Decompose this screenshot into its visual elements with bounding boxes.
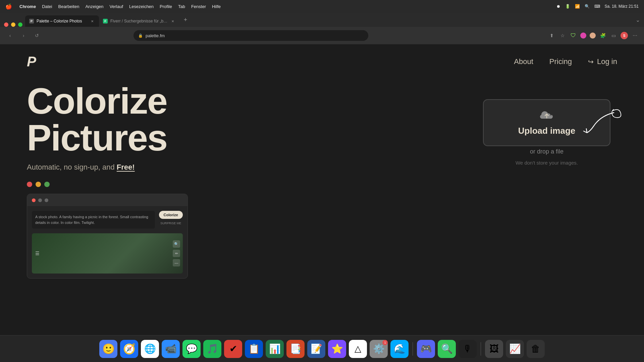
- dock-powerpoint[interactable]: 📑: [286, 340, 305, 358]
- finder-icon: 🙂: [102, 343, 115, 355]
- dock: 🙂 🧭 🌐 📹 💬 🎵 ✔ 📋 📊 📑 📝 ⭐ △ ⚙️ 1 🌊: [0, 335, 644, 362]
- dock-spotify[interactable]: 🎵: [203, 340, 221, 358]
- preview-body: A stock photo. A family having a picnic …: [27, 206, 187, 233]
- search-icon[interactable]: 🔍: [585, 4, 590, 9]
- dock-reeder[interactable]: ⭐: [328, 340, 346, 358]
- menubar-fenster[interactable]: Fenster: [191, 4, 206, 9]
- dock-zoom[interactable]: 📹: [162, 340, 180, 358]
- dock-trash[interactable]: 🗑: [527, 340, 545, 358]
- hero-right: Upload image or drop a file We don't sto…: [476, 79, 617, 279]
- cloud-upload-svg: [540, 109, 553, 120]
- chrome-icon: 🌐: [144, 343, 156, 354]
- tab-fiverr[interactable]: F Fiverr / Suchergebnisse für „b… ✕: [99, 15, 179, 27]
- nav-about[interactable]: About: [514, 57, 533, 66]
- keyboard-icon: ⌨: [594, 4, 600, 9]
- maximize-window-button[interactable]: [18, 22, 22, 27]
- extension-icon-3[interactable]: 🧩: [599, 32, 606, 39]
- upload-privacy-text: We don't store your images.: [516, 160, 578, 166]
- zoom-tool-icon[interactable]: 🔍: [173, 240, 180, 248]
- nav-login[interactable]: ↪ Log in: [588, 57, 617, 66]
- profile-avatar[interactable]: S: [621, 32, 628, 39]
- whatsapp-icon: 💬: [186, 343, 198, 354]
- edit-tool-icon[interactable]: ✏: [173, 250, 180, 257]
- hero-left: Colorize Pictures Automatic, no sign-up,…: [27, 79, 463, 279]
- tab-bar: P Palette – Colorize Photos ✕ F Fiverr /…: [0, 13, 644, 27]
- dock-excel[interactable]: 📊: [266, 340, 284, 358]
- dock-findmy[interactable]: 🔍: [438, 340, 456, 358]
- preview-dot-gray2: [45, 198, 48, 202]
- subtitle-free: Free!: [117, 163, 135, 171]
- hero-title-line1: Colorize: [27, 82, 463, 119]
- dock-todoist[interactable]: ✔: [224, 340, 242, 358]
- dock-browser2[interactable]: 🌊: [390, 340, 409, 358]
- menubar-tab[interactable]: Tab: [178, 4, 185, 9]
- upload-text: Upload image: [518, 126, 575, 136]
- tab-close-fiverr[interactable]: ✕: [170, 18, 175, 24]
- dock-whatsapp[interactable]: 💬: [182, 340, 201, 358]
- tab-favicon-palette: P: [29, 19, 34, 23]
- dock-dashboard[interactable]: 📈: [506, 340, 524, 358]
- urlbar: ‹ › ↺ 🔒 palette.fm ⬆ ☆ 🛡 🧩 ▭ S ⋯: [0, 27, 644, 44]
- dock-discord[interactable]: 🎮: [417, 340, 435, 358]
- forward-button[interactable]: ›: [19, 31, 28, 40]
- menubar-chrome[interactable]: Chrome: [19, 4, 36, 9]
- extension-icon-2[interactable]: [590, 33, 596, 39]
- menubar-bearbeiten[interactable]: Bearbeiten: [58, 4, 79, 9]
- apple-menu[interactable]: 🍎: [5, 3, 12, 10]
- menubar-datei[interactable]: Datei: [42, 4, 52, 9]
- close-window-button[interactable]: [4, 22, 8, 27]
- preview-image: [32, 233, 183, 274]
- urlbar-actions: ⬆ ☆ 🛡 🧩 ▭ S ⋯: [548, 32, 639, 39]
- preview-dot-red: [32, 198, 36, 202]
- minus-tool-icon[interactable]: —: [173, 259, 180, 266]
- hero-title: Colorize Pictures: [27, 82, 463, 156]
- dock-separator2: [481, 342, 481, 356]
- surprise-me-button[interactable]: SURPRISE ME: [160, 222, 181, 225]
- preview-description: A stock photo. A family having a picnic …: [32, 211, 155, 229]
- arrow-annotation: [580, 106, 624, 141]
- colorize-button[interactable]: Colorize: [159, 211, 183, 219]
- wifi-icon: 📶: [575, 4, 580, 9]
- extension-icon-1[interactable]: [580, 33, 586, 39]
- dock-settings[interactable]: ⚙️ 1: [370, 340, 388, 358]
- trello-icon: 📋: [248, 343, 260, 354]
- dock-word[interactable]: 📝: [307, 340, 325, 358]
- word-icon: 📝: [311, 343, 322, 354]
- dock-safari[interactable]: 🧭: [120, 340, 138, 358]
- audio-icon: 🎙: [463, 343, 472, 354]
- site-logo: P: [27, 54, 36, 70]
- menubar-hilfe[interactable]: Hilfe: [212, 4, 221, 9]
- reload-button[interactable]: ↺: [32, 31, 42, 40]
- dock-gdrive[interactable]: △: [349, 340, 367, 358]
- tab-close-palette[interactable]: ✕: [90, 18, 95, 24]
- share-icon[interactable]: ⬆: [548, 32, 555, 39]
- new-tab-button[interactable]: +: [181, 15, 190, 24]
- dock-trello[interactable]: 📋: [245, 340, 263, 358]
- dock-preview[interactable]: 🖼: [485, 340, 503, 358]
- menubar-profile[interactable]: Profile: [160, 4, 172, 9]
- back-button[interactable]: ‹: [5, 31, 15, 40]
- tab-palette[interactable]: P Palette – Colorize Photos ✕: [25, 15, 99, 27]
- menubar-verlauf[interactable]: Verlauf: [110, 4, 123, 9]
- dock-finder[interactable]: 🙂: [99, 340, 117, 358]
- minimize-window-button[interactable]: [11, 22, 15, 27]
- lock-icon: 🔒: [138, 34, 143, 38]
- recording-icon: ⏺: [556, 4, 560, 9]
- preview-header: [27, 194, 187, 206]
- more-button[interactable]: ⋯: [631, 32, 639, 39]
- login-text: Log in: [597, 57, 617, 66]
- menu-icon[interactable]: ☰: [35, 251, 40, 256]
- sidebar-icon[interactable]: ▭: [610, 32, 617, 39]
- menubar-anzeigen[interactable]: Anzeigen: [85, 4, 103, 9]
- bookmark-icon[interactable]: ☆: [559, 32, 566, 39]
- preview-image-area: 🔍 ✏ — ☰: [32, 233, 183, 274]
- url-bar[interactable]: 🔒 palette.fm: [133, 30, 368, 41]
- nav-pricing[interactable]: Pricing: [549, 57, 572, 66]
- browser2-icon: 🌊: [394, 343, 406, 354]
- shield-icon[interactable]: 🛡: [570, 32, 577, 39]
- tab-list-button[interactable]: ⌄: [636, 17, 640, 23]
- dock-audio[interactable]: 🎙: [459, 340, 477, 358]
- menubar-lesezeichen[interactable]: Lesezeichen: [129, 4, 154, 9]
- dock-chrome[interactable]: 🌐: [141, 340, 159, 358]
- dashboard-icon: 📈: [509, 343, 521, 354]
